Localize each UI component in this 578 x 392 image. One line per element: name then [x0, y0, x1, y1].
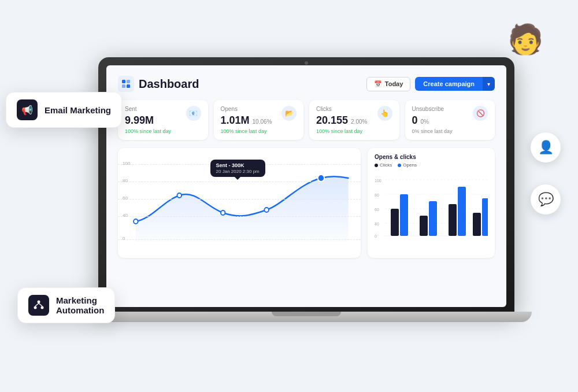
line-chart-area: 100 80 60 40 0 Sent - 300K 20 Jan 2020 2…: [118, 148, 361, 258]
gridline-60: [118, 199, 361, 199]
stat-opens-change: 100% since last day: [221, 128, 272, 134]
svg-rect-30: [473, 213, 481, 236]
stat-card-sent: Sent 9.99M 100% since last day 📧: [118, 100, 208, 140]
bar-chart-title: Opens & clicks: [375, 154, 488, 160]
svg-text:60: 60: [375, 208, 379, 212]
svg-rect-5: [122, 80, 125, 83]
svg-point-10: [177, 193, 182, 198]
svg-line-3: [35, 304, 39, 306]
stat-sent-label: Sent: [125, 106, 171, 112]
legend-clicks-dot: [375, 164, 378, 167]
legend-opens: Opens: [398, 162, 417, 168]
person-circle-icon: 👤: [538, 140, 554, 155]
stat-clicks-value: 20.155: [316, 114, 348, 127]
stat-unsub-label: Unsubscribe: [412, 106, 453, 112]
svg-point-0: [38, 301, 40, 304]
svg-point-11: [221, 210, 225, 215]
laptop: Dashboard 📅 Today Create campaign ▾: [98, 57, 514, 335]
svg-rect-26: [420, 216, 428, 236]
laptop-notch: [272, 312, 341, 316]
gridline-0: [118, 239, 361, 240]
svg-line-4: [39, 304, 42, 306]
opens-icon: 📂: [281, 106, 297, 121]
svg-rect-7: [122, 84, 125, 88]
clicks-icon: 👆: [377, 106, 392, 121]
sent-icon: 📧: [186, 106, 201, 121]
marketing-automation-card: MarketingAutomation: [17, 287, 115, 323]
person-circle-button[interactable]: 👤: [531, 132, 561, 162]
tooltip-date: 20 Jan 2020 2:30 pm: [216, 169, 260, 174]
svg-rect-29: [458, 187, 466, 236]
svg-rect-24: [391, 209, 399, 236]
gridline-80: [118, 182, 361, 182]
legend-clicks: Clicks: [375, 162, 392, 168]
dashboard-icon: [118, 76, 134, 92]
bottom-section: 100 80 60 40 0 Sent - 300K 20 Jan 2020 2…: [118, 148, 495, 258]
svg-point-9: [134, 219, 138, 224]
chat-circle-icon: 💬: [538, 192, 554, 207]
title-wrap: Dashboard: [118, 76, 199, 92]
create-campaign-wrap: Create campaign ▾: [415, 77, 495, 91]
stat-unsub-value: 0: [412, 114, 418, 127]
svg-text:40: 40: [375, 222, 379, 226]
stat-opens-pct: 10.06%: [253, 119, 272, 125]
stat-clicks-pct: 2.00%: [351, 119, 367, 125]
y-label-80: 80: [123, 178, 128, 183]
stat-unsub-change: 0% since last day: [412, 128, 453, 134]
dashboard-title: Dashboard: [139, 77, 199, 91]
stats-row: Sent 9.99M 100% since last day 📧: [118, 100, 495, 140]
svg-rect-31: [482, 198, 488, 236]
marketing-automation-icon: [28, 295, 49, 316]
tooltip-title: Sent - 300K: [216, 162, 260, 168]
calendar-icon: 📅: [374, 80, 382, 88]
svg-point-1: [34, 306, 37, 309]
create-campaign-button[interactable]: Create campaign: [415, 77, 483, 91]
create-campaign-chevron[interactable]: ▾: [483, 77, 495, 91]
svg-text:80: 80: [375, 193, 379, 197]
screen: Dashboard 📅 Today Create campaign ▾: [106, 65, 506, 307]
y-label-40: 40: [123, 213, 128, 218]
y-label-60: 60: [123, 195, 128, 201]
stat-card-opens: Opens 1.01M 10.06% 100% since last day 📂: [214, 100, 304, 140]
stat-opens-value: 1.01M: [221, 114, 250, 127]
email-marketing-label: Email Marketing: [45, 105, 111, 115]
stat-unsub-pct: 0%: [421, 119, 429, 125]
svg-point-13: [318, 175, 324, 182]
marketing-automation-label: MarketingAutomation: [56, 295, 104, 315]
scene: 🧑 📢 Email Marketing MarketingAutomation: [29, 11, 549, 381]
svg-rect-6: [127, 80, 130, 83]
laptop-bezel: Dashboard 📅 Today Create campaign ▾: [98, 57, 514, 312]
email-marketing-icon: 📢: [17, 99, 38, 120]
stat-sent-value: 9.99M: [125, 114, 154, 127]
bar-chart-svg: 100 80 60 40 0: [375, 172, 488, 242]
svg-rect-8: [127, 84, 130, 88]
person-silhouette-icon: 🧑: [507, 23, 543, 56]
stat-opens-label: Opens: [221, 106, 272, 112]
email-marketing-card: 📢 Email Marketing: [6, 92, 122, 128]
laptop-base: [81, 312, 532, 322]
svg-point-2: [41, 306, 44, 309]
gridline-40: [118, 216, 361, 217]
stat-card-unsub: Unsubscribe 0 0% 0% since last day 🚫: [405, 100, 495, 140]
bar-chart-panel: Opens & clicks Clicks Opens: [368, 148, 495, 258]
chat-circle-button[interactable]: 💬: [531, 184, 561, 215]
svg-point-12: [264, 208, 269, 212]
unsub-icon: 🚫: [473, 106, 488, 121]
svg-text:0: 0: [375, 234, 377, 238]
stat-sent-change: 100% since last day: [125, 128, 171, 134]
stat-clicks-label: Clicks: [316, 106, 367, 112]
today-button[interactable]: 📅 Today: [366, 77, 411, 91]
dashboard: Dashboard 📅 Today Create campaign ▾: [106, 65, 506, 307]
stat-clicks-change: 100% since last day: [316, 128, 367, 134]
svg-rect-27: [429, 201, 437, 236]
dashboard-actions: 📅 Today Create campaign ▾: [366, 77, 495, 91]
camera-dot: [305, 61, 308, 65]
dashboard-header: Dashboard 📅 Today Create campaign ▾: [118, 76, 495, 92]
svg-text:100: 100: [375, 179, 381, 183]
chart-tooltip: Sent - 300K 20 Jan 2020 2:30 pm: [210, 160, 265, 177]
svg-rect-25: [400, 194, 408, 236]
bar-chart-legend: Clicks Opens: [375, 162, 488, 168]
legend-opens-dot: [398, 164, 401, 167]
y-label-0: 0: [123, 236, 125, 241]
svg-rect-28: [449, 204, 457, 236]
